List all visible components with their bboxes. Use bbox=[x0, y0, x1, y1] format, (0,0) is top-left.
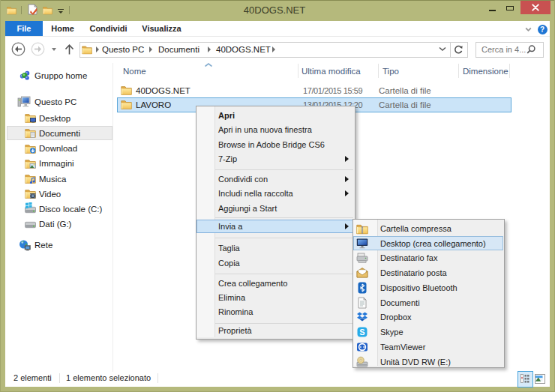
svg-text:S: S bbox=[359, 328, 364, 337]
